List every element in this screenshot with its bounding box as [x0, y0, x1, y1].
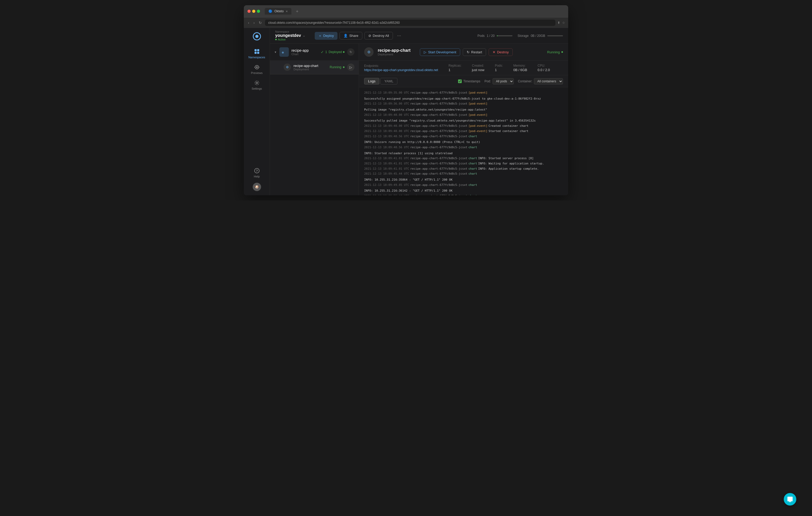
- log-tag: chart: [468, 145, 477, 150]
- log-timestamp: 2021-12-13 18:09:40.56 UTC: [364, 145, 409, 150]
- sidebar-bottom: ? Help 🐶: [246, 165, 267, 191]
- app-name: recipe-app: [291, 48, 318, 53]
- settings-icon: [254, 80, 260, 86]
- deployed-status-dot: [343, 51, 345, 53]
- user-avatar[interactable]: 🐶: [253, 183, 261, 191]
- restart-icon: ↻: [467, 50, 470, 54]
- log-line: 2021-12-13 18:09:41.01 UTCrecipe-app-cha…: [364, 161, 563, 166]
- log-line: 2021-12-13 18:09:45.44 UTCrecipe-app-cha…: [364, 172, 563, 182]
- svg-point-1: [255, 35, 258, 38]
- created-metric: Created: just now: [472, 64, 485, 72]
- pods-value: 1 / 20: [487, 34, 495, 38]
- pods-detail-value: 1: [495, 68, 503, 72]
- log-tag: [pod-event]: [468, 129, 488, 134]
- detail-app-type: Deployment: [378, 53, 410, 56]
- log-tag: [pod-event]: [468, 124, 488, 129]
- minimize-window-button[interactable]: [252, 10, 255, 13]
- destroy-all-icon: ⊘: [368, 34, 371, 38]
- log-pod-name: recipe-app-chart-677fc9d8c5-jcsxt: [410, 166, 467, 172]
- sidebar-item-previews[interactable]: Previews: [246, 61, 267, 77]
- resource-metrics: Pods 1 / 20 Storage 0B / 20GB: [477, 34, 563, 38]
- namespace-selector[interactable]: youngestdev ⌄: [275, 33, 305, 38]
- log-line: 2021-12-13 18:09:35.00 UTCrecipe-app-cha…: [364, 90, 563, 101]
- sidebar-item-help[interactable]: ? Help: [246, 165, 267, 181]
- deployment-status: Running: [329, 65, 345, 69]
- svg-point-7: [256, 66, 258, 68]
- log-message: Started container chart: [489, 129, 528, 134]
- pod-selector[interactable]: All pods: [493, 78, 514, 85]
- log-message: INFO: 10.255.31.216:36142 - "GET / HTTP/…: [364, 188, 453, 193]
- namespace-chevron-icon: ⌄: [303, 34, 305, 37]
- svg-rect-4: [255, 52, 257, 54]
- close-tab-button[interactable]: ✕: [286, 10, 288, 13]
- sidebar-item-namespaces[interactable]: Namespaces: [246, 46, 267, 61]
- log-tag: chart: [468, 134, 477, 139]
- restart-button[interactable]: ↻ Restart: [463, 48, 486, 56]
- pods-label: Pods: [477, 34, 485, 38]
- deployment-icon: ⚙: [284, 63, 291, 71]
- share-icon: 👤: [344, 34, 348, 38]
- log-message: INFO: Started reloader process [1] using…: [364, 151, 453, 156]
- deploy-button[interactable]: ＋ Deploy: [315, 32, 338, 40]
- maximize-window-button[interactable]: [257, 10, 260, 13]
- pods-bar: [497, 35, 513, 36]
- browser-tab[interactable]: 🔵 Okteto ✕: [265, 8, 291, 14]
- log-tag: chart: [468, 166, 477, 172]
- container-selector[interactable]: All containers: [534, 78, 563, 85]
- log-tag: chart: [468, 161, 477, 166]
- close-window-button[interactable]: [248, 10, 251, 13]
- address-bar[interactable]: [265, 20, 555, 26]
- namespace-label: Namespace: [275, 30, 305, 33]
- detail-status-dot: [561, 51, 563, 53]
- detail-title-area: recipe-app-chart Deployment: [378, 48, 410, 56]
- browser-extension-area: ⬆ ☆: [557, 21, 565, 25]
- share-button[interactable]: 👤 Share: [340, 32, 362, 39]
- log-line: 2021-12-13 18:09:40.56 UTCrecipe-app-cha…: [364, 145, 563, 156]
- destroy-all-button[interactable]: ⊘ Destroy All: [365, 32, 393, 39]
- running-label: Running: [329, 65, 341, 69]
- tab-logs[interactable]: Logs: [364, 78, 379, 85]
- log-tab-bar: Logs YAML Timestamps Pod:: [359, 75, 568, 87]
- log-timestamp: 2021-12-13 18:09:41.01 UTC: [364, 156, 409, 161]
- deployment-name: recipe-app-chart: [293, 64, 327, 68]
- pods-metric: Pods 1 / 20: [477, 34, 512, 38]
- forward-button[interactable]: ›: [253, 21, 256, 25]
- replicas-value: 1: [448, 68, 461, 72]
- more-options-button[interactable]: ···: [395, 32, 403, 39]
- add-tab-button[interactable]: ＋: [295, 9, 299, 14]
- deployment-item-recipe-chart[interactable]: ⚙ recipe-app-chart Deployment Running ▷: [270, 60, 359, 74]
- log-pod-name: recipe-app-chart-677fc9d8c5-jcsxt: [410, 194, 467, 195]
- check-icon: ✓: [321, 50, 324, 54]
- destroy-button[interactable]: ✕ Destroy: [489, 48, 513, 56]
- log-controls: Timestamps Pod: All pods Container:: [458, 78, 563, 85]
- log-line: 2021-12-13 18:09:40.00 UTCrecipe-app-cha…: [364, 124, 563, 129]
- storage-label: Storage: [518, 34, 529, 38]
- refresh-button[interactable]: ↻: [258, 21, 263, 25]
- sidebar-item-settings[interactable]: Settings: [246, 77, 267, 93]
- deployment-play-button[interactable]: ▷: [347, 63, 354, 71]
- endpoints-metric: Endpoints: https://recipe-app-chart-youn…: [364, 64, 438, 72]
- log-message: INFO: Started server process [8]: [478, 156, 534, 161]
- timestamps-checkbox[interactable]: [458, 80, 462, 83]
- tab-yaml[interactable]: YAML: [380, 78, 397, 85]
- app-refresh-button[interactable]: ↻: [347, 48, 354, 56]
- app-header-recipe[interactable]: ▼ ⎈ recipe-app Chart ✓: [270, 44, 359, 60]
- okteto-logo[interactable]: [253, 32, 261, 40]
- start-development-button[interactable]: ▷ Start Development: [420, 48, 460, 56]
- log-timestamp: 2021-12-13 18:09:45.44 UTC: [364, 172, 409, 177]
- log-message: INFO: 10.255.31.216:35864 - "GET / HTTP/…: [364, 178, 453, 182]
- deployment-type: Deployment: [293, 68, 327, 71]
- back-button[interactable]: ‹: [247, 21, 250, 25]
- sidebar: Namespaces Previews: [244, 28, 270, 195]
- log-message: Successfully assigned youngestdev/recipe…: [364, 96, 541, 101]
- pods-fill: [497, 35, 498, 36]
- memory-metric: Memory: 0B / 6GB: [513, 64, 527, 72]
- endpoint-url[interactable]: https://recipe-app-chart-youngestdev.clo…: [364, 68, 438, 72]
- svg-rect-2: [255, 49, 257, 51]
- svg-point-10: [256, 82, 258, 84]
- list-item: ▼ ⎈ recipe-app Chart ✓: [270, 44, 359, 74]
- window-controls: [248, 10, 260, 13]
- detail-app-icon: ⚙: [364, 47, 374, 57]
- pod-control: Pod: All pods: [485, 78, 514, 85]
- replicas-label: Replicas:: [448, 64, 461, 67]
